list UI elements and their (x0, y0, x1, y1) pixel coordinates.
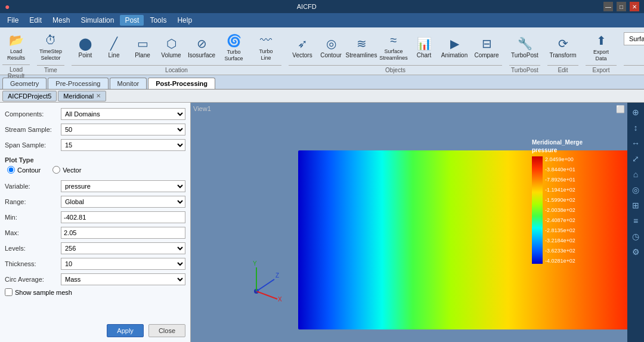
menubar: FileEditMeshSimulationPostToolsHelp (0, 13, 644, 27)
turbopost-button[interactable]: 🔧 TurboPost (509, 30, 540, 65)
toolbar-group-location: ⬤ Point ╱ Line ▭ Plane ⬡ Volume ⊘ Isosur… (72, 30, 281, 75)
sidebar-icon-8[interactable]: ◷ (628, 229, 643, 244)
app-title: AICFD (297, 3, 317, 10)
timestep-icon: ⏱ (45, 33, 57, 47)
toolbar-group-edit: ⟳ Transform Edit (547, 30, 578, 75)
thickness-label: Thickness: (5, 260, 58, 267)
turbo-surface-icon: 🌀 (227, 33, 242, 48)
isosurface-icon: ⊘ (197, 36, 207, 51)
tab-post-processing[interactable]: Post-Processing (148, 78, 215, 89)
show-sample-mesh-label: Show sample mesh (15, 289, 72, 296)
legend-value: -3.2184e+02 (545, 238, 575, 244)
legend-value: -1.1941e+02 (545, 187, 575, 193)
thickness-select[interactable]: 10 (61, 258, 185, 270)
tab-pre-processing[interactable]: Pre-Processing (48, 78, 108, 89)
stream-sample-select[interactable]: 50 (61, 124, 185, 135)
sidebar-icon-4[interactable]: ⌂ (628, 167, 643, 181)
point-button[interactable]: ⬤ Point (72, 30, 99, 65)
sidebar-icon-0[interactable]: ⊕ (628, 105, 643, 119)
surface-streamlines-button[interactable]: ≈ SurfaceStreamlines (378, 30, 409, 65)
minimize-button[interactable]: — (603, 2, 613, 11)
variable-select[interactable]: pressure (61, 180, 185, 192)
isosurface-button[interactable]: ⊘ Isosurface (186, 30, 217, 65)
contour-icon: ◎ (326, 36, 336, 51)
tab-monitor[interactable]: Monitor (110, 78, 147, 89)
toolbar-group-export: ⬆ ExportData Export (586, 30, 617, 75)
legend-value: -3.8440e+01 (545, 167, 575, 172)
thickness-row: Thickness: 10 (5, 257, 185, 270)
window-controls: — □ ✕ (603, 2, 639, 11)
volume-label: Volume (161, 52, 181, 58)
span-sample-select[interactable]: 15 (61, 139, 185, 151)
close-panel-button[interactable]: Close (148, 324, 185, 337)
streamlines-button[interactable]: ≋ Streamlines (346, 30, 377, 65)
transform-button[interactable]: ⟳ Transform (547, 30, 578, 65)
svg-text:Y: Y (253, 260, 257, 267)
toolbar-group-view: Surface With Edge View (624, 30, 644, 75)
components-select[interactable]: All Domains (61, 108, 185, 120)
main-content: Components: All Domains Stream Sample: 5… (0, 103, 644, 342)
load-results-button[interactable]: 📂 LoadResults (2, 30, 30, 64)
sidebar-icon-5[interactable]: ◎ (628, 183, 643, 197)
vector-radio-label: Vector (52, 166, 81, 174)
legend: Meridional_Mergepressure 2.0459e+00-3.84… (532, 138, 597, 264)
surface-streamlines-icon: ≈ (391, 33, 397, 47)
close-tab-icon[interactable]: ✕ (96, 93, 101, 99)
sidebar-icon-3[interactable]: ⤢ (628, 152, 643, 166)
legend-value: -2.8135e+02 (545, 227, 575, 233)
vectors-button[interactable]: ➶ Vectors (289, 30, 316, 65)
project-tab-aicfdproject5[interactable]: AICFDProject5 (2, 91, 57, 101)
line-label: Line (109, 52, 120, 58)
max-input[interactable] (61, 227, 185, 239)
legend-value: 2.0459e+00 (545, 156, 575, 162)
close-button[interactable]: ✕ (630, 2, 639, 11)
tab-geometry[interactable]: Geometry (2, 78, 47, 89)
menu-item-help[interactable]: Help (172, 15, 197, 26)
project-tab-meridional[interactable]: Meridional✕ (58, 91, 106, 101)
export-data-button[interactable]: ⬆ ExportData (586, 30, 617, 65)
variable-label: Variable: (5, 183, 58, 190)
sidebar-icon-1[interactable]: ↕ (628, 121, 643, 135)
contour-button[interactable]: ◎ Contour (317, 30, 345, 65)
apply-button[interactable]: Apply (107, 324, 144, 337)
circ-average-select[interactable]: Mass (61, 273, 185, 285)
chart-label: Chart (417, 52, 431, 58)
sidebar-icon-6[interactable]: ⊞ (628, 198, 643, 212)
line-icon: ╱ (110, 36, 117, 51)
menu-item-mesh[interactable]: Mesh (48, 15, 75, 26)
sidebar-icon-9[interactable]: ⚙ (628, 245, 643, 259)
legend-title: Meridional_Mergepressure (532, 138, 597, 154)
animation-button[interactable]: ▶ Animation (439, 30, 470, 65)
export-data-label: ExportData (593, 49, 609, 62)
sidebar-icon-7[interactable]: ≡ (628, 214, 643, 228)
volume-button[interactable]: ⬡ Volume (157, 30, 185, 65)
compare-icon: ⊟ (482, 36, 492, 51)
vector-radio[interactable] (52, 166, 60, 174)
line-button[interactable]: ╱ Line (100, 30, 128, 65)
range-row: Range: Global (5, 195, 185, 208)
timestep-selector-button[interactable]: ⏱ TimeStepSelector (37, 30, 64, 65)
group-label-time: Time (37, 65, 64, 75)
chart-button[interactable]: 📊 Chart (410, 30, 438, 65)
plane-button[interactable]: ▭ Plane (129, 30, 156, 65)
contour-radio[interactable] (7, 166, 15, 174)
maximize-view-button[interactable]: ⬜ (616, 105, 625, 113)
compare-button[interactable]: ⊟ Compare (471, 30, 502, 65)
view-dropdown[interactable]: Surface With Edge (624, 32, 644, 45)
menu-item-edit[interactable]: Edit (24, 15, 47, 26)
vectors-label: Vectors (292, 52, 312, 58)
turbo-line-button[interactable]: 〰 TurboLine (250, 30, 281, 65)
show-sample-mesh-checkbox[interactable] (5, 288, 13, 296)
menu-item-file[interactable]: File (2, 15, 23, 26)
right-sidebar: ⊕↕↔⤢⌂◎⊞≡◷⚙ (627, 103, 644, 342)
min-input[interactable] (61, 211, 185, 223)
menu-item-simulation[interactable]: Simulation (76, 15, 119, 26)
menu-item-post[interactable]: Post (120, 15, 144, 26)
maximize-button[interactable]: □ (617, 2, 626, 11)
chart-icon: 📊 (417, 36, 432, 51)
levels-select[interactable]: 256 (61, 242, 185, 254)
range-select[interactable]: Global (61, 196, 185, 208)
turbo-surface-button[interactable]: 🌀 TurboSurface (218, 30, 249, 65)
sidebar-icon-2[interactable]: ↔ (628, 136, 643, 150)
menu-item-tools[interactable]: Tools (145, 15, 171, 26)
